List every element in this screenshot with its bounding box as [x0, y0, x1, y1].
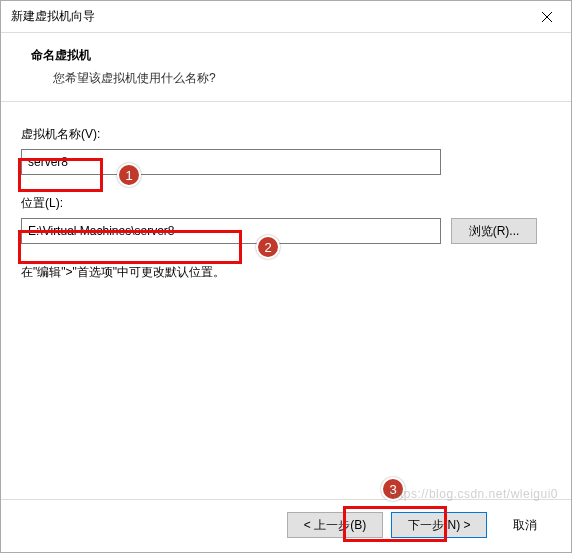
- vm-name-row: [21, 149, 551, 175]
- next-button[interactable]: 下一步(N) >: [391, 512, 487, 538]
- vm-name-label: 虚拟机名称(V):: [21, 126, 551, 143]
- wizard-body: 虚拟机名称(V): 位置(L): 浏览(R)... 在"编辑">"首选项"中可更…: [1, 102, 571, 499]
- location-label: 位置(L):: [21, 195, 551, 212]
- wizard-subheading: 您希望该虚拟机使用什么名称?: [31, 70, 555, 87]
- wizard-dialog: 新建虚拟机向导 命名虚拟机 您希望该虚拟机使用什么名称? 虚拟机名称(V): 位…: [0, 0, 572, 553]
- back-button[interactable]: < 上一步(B): [287, 512, 383, 538]
- close-icon: [542, 12, 552, 22]
- wizard-heading: 命名虚拟机: [31, 47, 555, 64]
- vm-name-group: 虚拟机名称(V):: [21, 126, 551, 175]
- default-location-hint: 在"编辑">"首选项"中可更改默认位置。: [21, 264, 551, 281]
- location-input[interactable]: [21, 218, 441, 244]
- close-button[interactable]: [527, 3, 567, 31]
- location-group: 位置(L): 浏览(R)...: [21, 195, 551, 244]
- titlebar: 新建虚拟机向导: [1, 1, 571, 33]
- vm-name-input[interactable]: [21, 149, 441, 175]
- browse-button[interactable]: 浏览(R)...: [451, 218, 537, 244]
- cancel-button[interactable]: 取消: [495, 512, 555, 538]
- location-row: 浏览(R)...: [21, 218, 551, 244]
- wizard-footer: < 上一步(B) 下一步(N) > 取消: [1, 499, 571, 552]
- wizard-header: 命名虚拟机 您希望该虚拟机使用什么名称?: [1, 33, 571, 102]
- window-title: 新建虚拟机向导: [11, 8, 527, 25]
